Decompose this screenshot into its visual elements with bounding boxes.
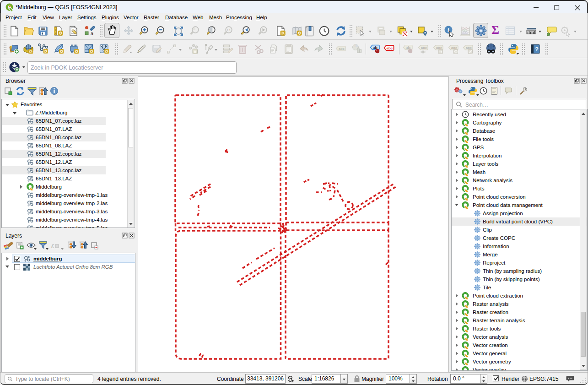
svg-text:1:1: 1:1 xyxy=(227,29,231,32)
svg-text:a: a xyxy=(91,31,94,36)
svg-text:?: ? xyxy=(535,46,539,53)
svg-text:abc: abc xyxy=(387,46,393,50)
